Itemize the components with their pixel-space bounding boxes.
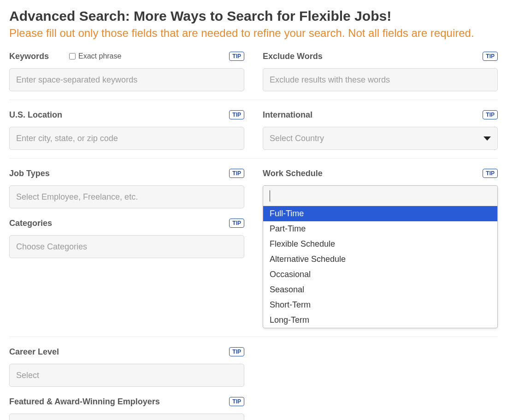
categories-placeholder: Choose Categories bbox=[16, 242, 87, 252]
tip-button[interactable]: TIP bbox=[229, 219, 244, 228]
international-placeholder: Select Country bbox=[270, 134, 324, 143]
us-location-field: U.S. Location TIP bbox=[9, 108, 244, 150]
career-level-select[interactable]: Select bbox=[9, 364, 244, 387]
exclude-input[interactable] bbox=[263, 68, 498, 91]
international-select[interactable]: Select Country bbox=[263, 127, 498, 150]
chevron-down-icon bbox=[483, 136, 491, 141]
work-schedule-option[interactable]: Short-Term bbox=[263, 297, 497, 313]
work-schedule-option[interactable]: Alternative Schedule bbox=[263, 252, 497, 267]
job-types-select[interactable]: Select Employee, Freelance, etc. bbox=[9, 185, 244, 208]
work-schedule-field: Work Schedule TIP Full-TimePart-TimeFlex… bbox=[263, 167, 498, 328]
page-subtitle: Please fill out only those fields that a… bbox=[9, 27, 498, 40]
career-level-label: Career Level bbox=[9, 347, 59, 357]
work-schedule-option[interactable]: Flexible Schedule bbox=[263, 237, 497, 252]
page-title: Advanced Search: More Ways to Search for… bbox=[9, 8, 498, 24]
featured-label: Featured & Award-Winning Employers bbox=[9, 397, 160, 407]
work-schedule-options: Full-TimePart-TimeFlexible ScheduleAlter… bbox=[263, 206, 497, 328]
job-types-field: Job Types TIP Select Employee, Freelance… bbox=[9, 167, 244, 208]
us-location-input[interactable] bbox=[9, 127, 244, 150]
exact-phrase-label: Exact phrase bbox=[78, 52, 121, 60]
tip-button[interactable]: TIP bbox=[483, 169, 498, 178]
career-level-field: Career Level TIP Select bbox=[9, 345, 244, 387]
us-location-label: U.S. Location bbox=[9, 110, 62, 120]
featured-employers-field: Featured & Award-Winning Employers TIP S… bbox=[9, 395, 244, 420]
work-schedule-option[interactable]: Occasional bbox=[263, 267, 497, 282]
tip-button[interactable]: TIP bbox=[229, 110, 244, 119]
tip-button[interactable]: TIP bbox=[483, 110, 498, 119]
featured-select[interactable]: Select bbox=[9, 414, 244, 420]
job-types-label: Job Types bbox=[9, 169, 50, 178]
tip-button[interactable]: TIP bbox=[229, 347, 244, 356]
exclude-label: Exclude Words bbox=[263, 52, 323, 61]
categories-select[interactable]: Choose Categories bbox=[9, 235, 244, 258]
categories-field: Categories TIP Choose Categories bbox=[9, 217, 244, 258]
tip-button[interactable]: TIP bbox=[229, 52, 244, 61]
keywords-input[interactable] bbox=[9, 68, 244, 91]
career-level-placeholder: Select bbox=[16, 371, 39, 380]
work-schedule-option[interactable]: Long-Term bbox=[263, 313, 497, 328]
work-schedule-option[interactable]: Seasonal bbox=[263, 282, 497, 297]
tip-button[interactable]: TIP bbox=[229, 169, 244, 178]
work-schedule-option[interactable]: Part-Time bbox=[263, 221, 497, 237]
tip-button[interactable]: TIP bbox=[483, 52, 498, 61]
international-label: International bbox=[263, 110, 312, 120]
exclude-words-field: Exclude Words TIP bbox=[263, 50, 498, 91]
categories-label: Categories bbox=[9, 219, 52, 228]
international-field: International TIP Select Country bbox=[263, 108, 498, 150]
exact-phrase-input[interactable] bbox=[69, 53, 76, 59]
keywords-label: Keywords bbox=[9, 52, 49, 61]
tip-button[interactable]: TIP bbox=[229, 397, 244, 406]
work-schedule-dropdown[interactable]: Full-TimePart-TimeFlexible ScheduleAlter… bbox=[263, 185, 498, 328]
job-types-placeholder: Select Employee, Freelance, etc. bbox=[16, 192, 138, 202]
keywords-field: Keywords Exact phrase TIP bbox=[9, 50, 244, 91]
work-schedule-option[interactable]: Full-Time bbox=[263, 206, 497, 221]
work-schedule-search-input[interactable] bbox=[263, 186, 497, 206]
exact-phrase-checkbox[interactable]: Exact phrase bbox=[69, 52, 121, 60]
work-schedule-label: Work Schedule bbox=[263, 169, 323, 178]
